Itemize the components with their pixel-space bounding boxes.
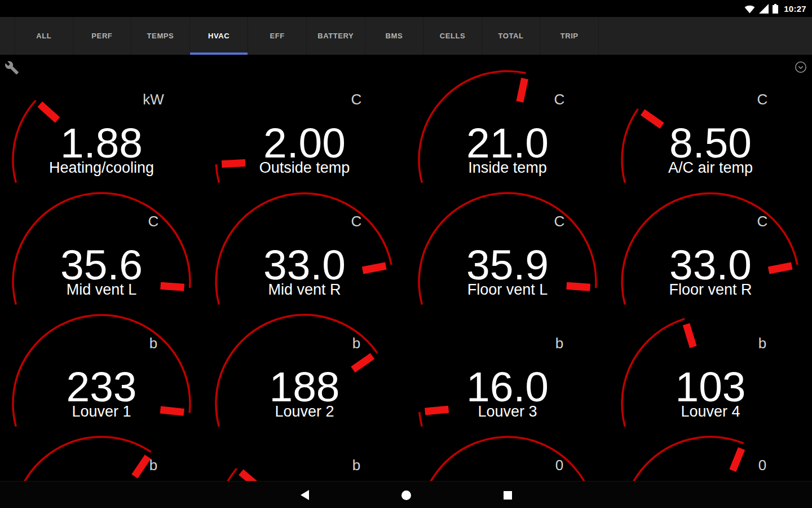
tab-label: PERF [91,32,112,40]
home-circle-icon [401,491,411,500]
circle-chevron-down-icon[interactable] [795,61,807,73]
tab-hvac[interactable]: HVAC [190,17,249,55]
tab-label: ALL [36,32,51,40]
gauge-unit: C [541,92,577,107]
back-button[interactable] [282,481,327,508]
gauge-mid-vent-r[interactable]: C 33.0 Mid vent R [203,184,406,306]
recents-square-icon [504,491,512,500]
gauge-unit: 0 [744,458,780,472]
gauge-value: 233 [0,366,203,408]
tab-cells[interactable]: CELLS [423,17,482,55]
gauge-partial-13[interactable]: b [0,428,203,481]
tab-label: TRIP [561,32,579,40]
gauge-unit: C [135,214,171,229]
gauge-value: 103 [609,366,812,408]
gauge-unit: 0 [541,458,577,472]
gauge-label: Heating/cooling [0,160,203,176]
gauge-needle [732,449,742,471]
gauge-arc [622,437,744,481]
app-screen: 10:27 ALL PERF TEMPS HVAC EFF BATTERY BM… [0,0,812,508]
back-triangle-icon [301,490,309,500]
gauge-partial-16[interactable]: 0 [609,428,812,481]
gauge-unit: C [338,214,374,229]
gauge-floor-vent-r[interactable]: C 33.0 Floor vent R [609,184,812,306]
gauge-label: Inside temp [406,160,609,176]
gauge-dashboard: kW 1.88 Heating/cooling C 2.00 Outside t… [0,55,812,481]
gauge-louver-3[interactable]: b 16.0 Louver 3 [406,306,609,428]
gauge-value: 33.0 [609,244,812,286]
gauge-needle [686,324,693,347]
tab-total[interactable]: TOTAL [482,17,541,55]
tab-trip[interactable]: TRIP [540,17,599,55]
gauge-value: 8.50 [609,122,812,164]
home-button[interactable] [383,481,429,508]
gauge-unit: b [135,336,171,351]
tab-label: EFF [270,32,284,40]
tab-battery[interactable]: BATTERY [307,17,365,55]
gauge-louver-1[interactable]: b 233 Louver 1 [0,306,203,428]
tab-all[interactable]: ALL [15,17,73,55]
gauge-value: 33.0 [203,244,406,286]
gauge-value: 1.88 [0,122,203,164]
gauge-mid-vent-l[interactable]: C 35.6 Mid vent L [0,184,203,306]
gauge-needle [241,472,259,481]
gauge-unit: kW [135,92,171,107]
tab-temps[interactable]: TEMPS [131,17,190,55]
gauge-louver-4[interactable]: b 103 Louver 4 [609,306,812,428]
gauge-a-c-air-temp[interactable]: C 8.50 A/C air temp [609,62,812,184]
gauge-unit: C [744,92,780,107]
gauge-label: Louver 4 [609,404,812,419]
gauge-value: 35.6 [0,244,203,286]
gauge-needle [520,78,525,102]
tab-eff[interactable]: EFF [248,17,307,55]
gauge-unit: b [338,336,374,351]
tab-perf[interactable]: PERF [73,17,132,55]
gauge-partial-14[interactable]: b [203,428,406,481]
settings-wrench-icon[interactable] [5,60,19,75]
android-status-bar: 10:27 [0,0,812,17]
gauge-unit: C [541,214,577,229]
gauge-label: Floor vent R [609,282,812,297]
tab-label: TEMPS [147,32,174,40]
gauge-value: 2.00 [203,122,406,164]
gauge-value: 21.0 [406,122,609,164]
wifi-icon [744,4,755,14]
gauge-unit: C [338,92,374,107]
status-time: 10:27 [784,4,806,14]
gauge-unit: b [541,336,577,351]
gauge-dial [203,428,406,481]
gauge-needle [40,104,58,120]
tab-label: BMS [386,32,403,40]
gauge-partial-15[interactable]: 0 [406,428,609,481]
tab-bar: ALL PERF TEMPS HVAC EFF BATTERY BMS CELL… [0,17,812,55]
tab-label: HVAC [208,32,230,40]
tab-bms[interactable]: BMS [365,17,424,55]
tab-label: BATTERY [317,32,354,40]
active-tab-underline [190,52,248,55]
gauge-heating-cooling[interactable]: kW 1.88 Heating/cooling [0,62,203,184]
cellular-signal-icon [759,4,769,14]
gauge-inside-temp[interactable]: C 21.0 Inside temp [406,62,609,184]
gauge-floor-vent-l[interactable]: C 35.9 Floor vent L [406,184,609,306]
gauge-outside-temp[interactable]: C 2.00 Outside temp [203,62,406,184]
gauge-grid: kW 1.88 Heating/cooling C 2.00 Outside t… [0,62,812,481]
gauge-unit: b [338,458,374,472]
gauge-label: A/C air temp [609,160,812,176]
gauge-dial [0,428,203,481]
gauge-unit: b [744,336,780,351]
gauge-value: 16.0 [406,366,609,408]
battery-icon [773,4,778,14]
gauge-arc [13,437,151,481]
gauge-arc [216,468,237,481]
gauge-unit: C [744,214,780,229]
gauge-dial [406,428,609,481]
gauge-label: Louver 3 [406,404,609,419]
gauge-louver-2[interactable]: b 188 Louver 2 [203,306,406,428]
gauge-value: 188 [203,366,406,408]
gauge-label: Outside temp [203,160,406,176]
gauge-label: Louver 1 [0,404,203,419]
gauge-label: Louver 2 [203,404,406,419]
gauge-label: Mid vent R [203,282,406,297]
android-nav-bar [0,481,812,508]
recents-button[interactable] [485,481,530,508]
